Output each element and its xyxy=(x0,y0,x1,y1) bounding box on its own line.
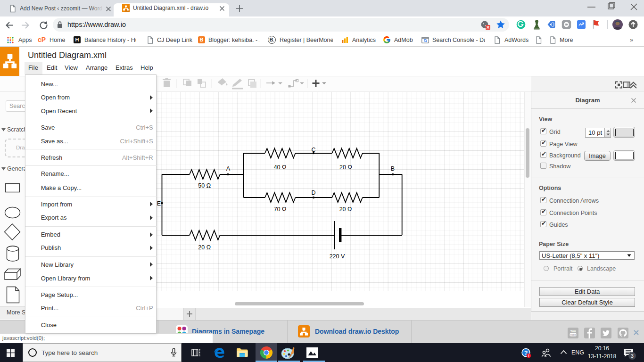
svg-text:C: C xyxy=(311,147,315,153)
svg-text:220 V: 220 V xyxy=(330,253,345,260)
svg-text:!: ! xyxy=(528,354,529,358)
svg-text:20 Ω: 20 Ω xyxy=(339,164,352,171)
svg-text:50 Ω: 50 Ω xyxy=(198,182,211,189)
svg-text:20 Ω: 20 Ω xyxy=(339,206,352,213)
svg-text:Tube: Tube xyxy=(570,333,577,336)
svg-text:E: E xyxy=(157,200,161,207)
svg-text:You: You xyxy=(570,329,576,333)
svg-text:20 Ω: 20 Ω xyxy=(198,244,211,251)
svg-text:D: D xyxy=(311,189,315,196)
svg-text:A: A xyxy=(226,165,231,172)
svg-text:70 Ω: 70 Ω xyxy=(274,206,287,213)
svg-text:40 Ω: 40 Ω xyxy=(274,164,287,171)
svg-text:B: B xyxy=(391,165,395,172)
